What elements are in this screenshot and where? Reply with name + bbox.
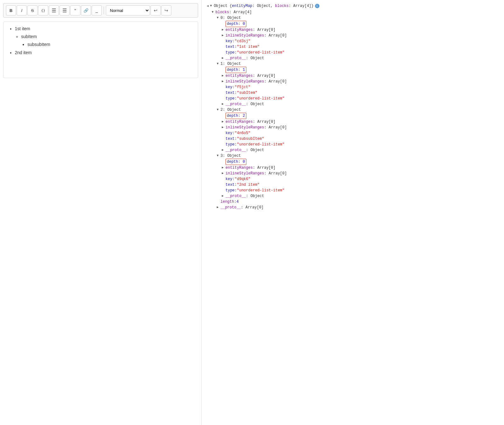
link-button[interactable]: 🔗: [81, 5, 91, 15]
block3-key: key: "d9qk6": [207, 176, 499, 182]
block2-entityranges-triangle[interactable]: [222, 119, 226, 125]
list-item-2: 2nd item: [15, 49, 193, 57]
strikethrough-button[interactable]: S: [27, 5, 37, 15]
block2-proto-triangle[interactable]: [222, 147, 226, 153]
block0-key: key: "cd3sj": [207, 38, 499, 44]
block0-inlinestyleranges: inlineStyleRanges: Array[0]: [207, 33, 499, 38]
ordered-list-button[interactable]: ☰: [60, 5, 70, 15]
block3-depth: depth: 0: [207, 159, 499, 165]
block1-proto-triangle[interactable]: [222, 101, 226, 107]
block1-text: text: "subItem": [207, 90, 499, 96]
info-icon[interactable]: i: [315, 4, 319, 8]
block0-type: type: "unordered-list-item": [207, 50, 499, 55]
editor-panel: B I S {} ☰ ☰ " 🔗 ⎯ Normal Header 1 Heade…: [0, 0, 202, 425]
block0-depth: depth: 0: [207, 21, 499, 27]
block2-type: type: "unordered-list-item": [207, 142, 499, 147]
style-select[interactable]: Normal Header 1 Header 2 Header 3 Blockq…: [106, 5, 150, 15]
block0-entityranges: entityRanges: Array[0]: [207, 27, 499, 33]
block1-entityranges-triangle[interactable]: [222, 73, 226, 79]
block0-label: 0: Object: [220, 15, 241, 21]
block2-depth: depth: 2: [207, 113, 499, 119]
block2-label: 2: Object: [220, 107, 241, 113]
editor-toolbar: B I S {} ☰ ☰ " 🔗 ⎯ Normal Header 1 Heade…: [3, 3, 198, 18]
undo-button[interactable]: ↩: [151, 5, 161, 15]
block0-text: text: "1st item": [207, 44, 499, 50]
block0-entityranges-triangle[interactable]: [222, 27, 226, 33]
block1-type: type: "unordered-list-item": [207, 96, 499, 101]
block2-proto: __proto__: Object: [207, 147, 499, 153]
list-item-subsub1: subsubItem: [27, 41, 193, 48]
block2-entityranges: entityRanges: Array[0]: [207, 119, 499, 125]
block1-inlinestyleranges: inlineStyleRanges: Array[0]: [207, 79, 499, 84]
block1-entityranges: entityRanges: Array[0]: [207, 73, 499, 79]
block3-proto-triangle[interactable]: [222, 193, 226, 199]
block1-inlinestyleranges-triangle[interactable]: [222, 79, 226, 84]
list-item-1: 1st item: [15, 25, 193, 33]
editor-content[interactable]: 1st item subItem subsubItem 2nd item: [3, 21, 198, 78]
blocks-label: blocks: [215, 9, 229, 15]
block1-depth: depth: 1: [207, 67, 499, 73]
block3-label: 3: Object: [220, 153, 241, 159]
block1-key: key: "f5jct": [207, 84, 499, 90]
root-triangle[interactable]: [210, 3, 214, 9]
block3-proto: __proto__: Object: [207, 193, 499, 199]
inspector-panel: ◀ Object {entityMap: Object, blocks: Arr…: [202, 0, 504, 425]
block1-label: 1: Object: [220, 61, 241, 67]
block2-depth-value: depth: 2: [226, 113, 246, 119]
block3-inlinestyleranges-triangle[interactable]: [222, 171, 226, 176]
root-label: Object {entityMap: Object, blocks: Array…: [214, 3, 314, 9]
block1-header: 1: Object: [207, 61, 499, 67]
block2-text: text: "subsubItem": [207, 136, 499, 142]
length-line: length: 4: [207, 199, 499, 205]
blocks-line: blocks: Array[4]: [207, 9, 499, 15]
block0-depth-value: depth: 0: [226, 21, 246, 27]
block3-header: 3: Object: [207, 153, 499, 159]
block0-proto: __proto__: Object: [207, 55, 499, 61]
block2-key: key: "4n6o5": [207, 130, 499, 136]
array-proto-triangle[interactable]: [217, 205, 220, 210]
blockquote-button[interactable]: ": [70, 5, 80, 15]
block0-header: 0: Object: [207, 15, 499, 21]
block1-proto: __proto__: Object: [207, 101, 499, 107]
block3-type: type: "unordered-list-item": [207, 188, 499, 193]
unordered-list-button[interactable]: ☰: [49, 5, 59, 15]
code-button[interactable]: {}: [38, 5, 48, 15]
block2-inlinestyleranges-triangle[interactable]: [222, 125, 226, 130]
block0-proto-triangle[interactable]: [222, 55, 226, 61]
block0-inlinestyleranges-triangle[interactable]: [222, 33, 226, 38]
block2-inlinestyleranges: inlineStyleRanges: Array[0]: [207, 125, 499, 130]
bold-button[interactable]: B: [6, 5, 16, 15]
list-item-sub1: subItem: [21, 33, 193, 41]
block1-triangle[interactable]: [217, 61, 220, 67]
block3-entityranges-triangle[interactable]: [222, 165, 226, 171]
back-arrow: ◀: [207, 3, 209, 9]
block2-header: 2: Object: [207, 107, 499, 113]
block1-depth-value: depth: 1: [226, 67, 246, 73]
italic-button[interactable]: I: [17, 5, 27, 15]
toolbar-separator: [104, 7, 104, 14]
redo-button[interactable]: ↪: [161, 5, 171, 15]
block0-triangle[interactable]: [217, 15, 220, 21]
blocks-triangle[interactable]: [212, 9, 215, 15]
block3-depth-value: depth: 0: [226, 159, 246, 165]
block2-triangle[interactable]: [217, 107, 220, 113]
block3-text: text: "2nd item": [207, 182, 499, 188]
block3-inlinestyleranges: inlineStyleRanges: Array[0]: [207, 171, 499, 176]
block3-triangle[interactable]: [217, 153, 220, 159]
block3-entityranges: entityRanges: Array[0]: [207, 165, 499, 171]
unlink-button[interactable]: ⎯: [92, 5, 102, 15]
inspector-root: ◀ Object {entityMap: Object, blocks: Arr…: [207, 3, 499, 9]
array-proto-line: __proto__: Array[0]: [207, 205, 499, 210]
